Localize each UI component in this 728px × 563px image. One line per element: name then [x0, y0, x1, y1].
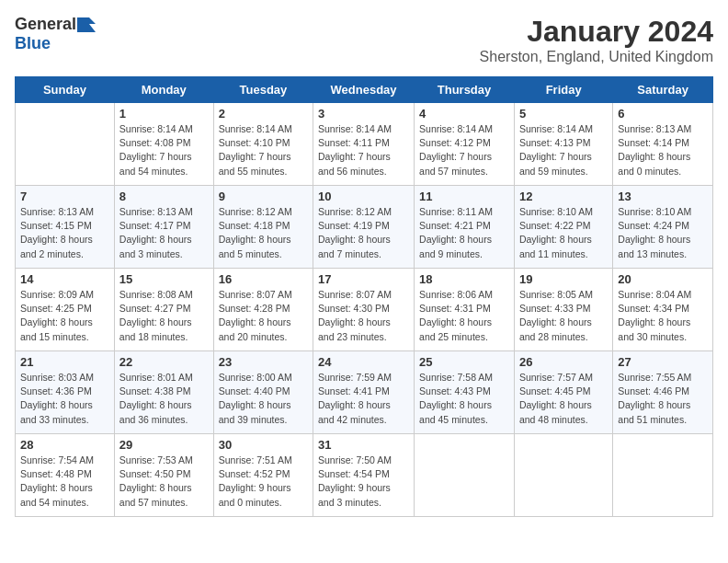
calendar-cell: 12Sunrise: 8:10 AMSunset: 4:22 PMDayligh… [514, 186, 612, 269]
calendar-cell: 28Sunrise: 7:54 AMSunset: 4:48 PMDayligh… [16, 434, 115, 517]
day-info: Sunrise: 8:13 AMSunset: 4:15 PMDaylight:… [20, 205, 109, 261]
calendar-title: January 2024 [480, 15, 713, 49]
day-info: Sunrise: 7:58 AMSunset: 4:43 PMDaylight:… [419, 371, 509, 427]
calendar-cell: 5Sunrise: 8:14 AMSunset: 4:13 PMDaylight… [514, 103, 612, 186]
logo-icon [77, 17, 96, 32]
day-info: Sunrise: 8:03 AMSunset: 4:36 PMDaylight:… [20, 371, 109, 427]
day-info: Sunrise: 8:01 AMSunset: 4:38 PMDaylight:… [119, 371, 209, 427]
calendar-cell: 24Sunrise: 7:59 AMSunset: 4:41 PMDayligh… [313, 351, 415, 434]
day-number: 5 [519, 107, 608, 121]
calendar-subtitle: Sherston, England, United Kingdom [480, 49, 713, 65]
day-number: 28 [20, 438, 109, 452]
day-number: 10 [318, 190, 409, 203]
calendar-cell: 26Sunrise: 7:57 AMSunset: 4:45 PMDayligh… [514, 351, 612, 434]
day-number: 15 [119, 272, 209, 286]
day-info: Sunrise: 8:14 AMSunset: 4:08 PMDaylight:… [119, 122, 209, 178]
calendar-header-row: SundayMondayTuesdayWednesdayThursdayFrid… [16, 77, 713, 103]
day-info: Sunrise: 8:09 AMSunset: 4:25 PMDaylight:… [20, 288, 109, 344]
day-number: 16 [219, 272, 308, 286]
calendar-cell: 18Sunrise: 8:06 AMSunset: 4:31 PMDayligh… [415, 269, 515, 351]
day-info: Sunrise: 7:50 AMSunset: 4:54 PMDaylight:… [318, 454, 409, 510]
day-info: Sunrise: 7:51 AMSunset: 4:52 PMDaylight:… [219, 454, 308, 510]
calendar-cell: 20Sunrise: 8:04 AMSunset: 4:34 PMDayligh… [613, 269, 713, 351]
svg-marker-0 [77, 17, 96, 32]
day-header-wednesday: Wednesday [313, 77, 415, 103]
week-row-3: 14Sunrise: 8:09 AMSunset: 4:25 PMDayligh… [16, 269, 713, 351]
day-number: 13 [618, 190, 708, 203]
day-number: 26 [519, 355, 608, 369]
day-info: Sunrise: 7:59 AMSunset: 4:41 PMDaylight:… [318, 371, 409, 427]
calendar-cell: 2Sunrise: 8:14 AMSunset: 4:10 PMDaylight… [213, 103, 313, 186]
calendar-cell: 31Sunrise: 7:50 AMSunset: 4:54 PMDayligh… [313, 434, 415, 517]
day-info: Sunrise: 8:12 AMSunset: 4:18 PMDaylight:… [219, 205, 308, 261]
week-row-2: 7Sunrise: 8:13 AMSunset: 4:15 PMDaylight… [16, 186, 713, 269]
calendar-cell [415, 434, 515, 517]
day-header-friday: Friday [514, 77, 612, 103]
calendar-cell: 7Sunrise: 8:13 AMSunset: 4:15 PMDaylight… [16, 186, 115, 269]
title-section: January 2024 Sherston, England, United K… [480, 15, 713, 65]
day-info: Sunrise: 8:04 AMSunset: 4:34 PMDaylight:… [618, 288, 708, 344]
header: General Blue January 2024 Sherston, Engl… [15, 15, 713, 65]
day-info: Sunrise: 8:12 AMSunset: 4:19 PMDaylight:… [318, 205, 409, 261]
calendar-cell: 29Sunrise: 7:53 AMSunset: 4:50 PMDayligh… [114, 434, 213, 517]
day-number: 22 [119, 355, 209, 369]
calendar-table: SundayMondayTuesdayWednesdayThursdayFrid… [15, 76, 713, 517]
week-row-4: 21Sunrise: 8:03 AMSunset: 4:36 PMDayligh… [16, 351, 713, 434]
day-info: Sunrise: 8:00 AMSunset: 4:40 PMDaylight:… [219, 371, 308, 427]
day-number: 4 [419, 107, 509, 121]
calendar-cell [16, 103, 115, 186]
calendar-cell: 21Sunrise: 8:03 AMSunset: 4:36 PMDayligh… [16, 351, 115, 434]
week-row-5: 28Sunrise: 7:54 AMSunset: 4:48 PMDayligh… [16, 434, 713, 517]
calendar-cell: 22Sunrise: 8:01 AMSunset: 4:38 PMDayligh… [114, 351, 213, 434]
day-info: Sunrise: 8:13 AMSunset: 4:14 PMDaylight:… [618, 122, 708, 178]
calendar-cell: 14Sunrise: 8:09 AMSunset: 4:25 PMDayligh… [16, 269, 115, 351]
day-number: 24 [318, 355, 409, 369]
day-info: Sunrise: 8:14 AMSunset: 4:11 PMDaylight:… [318, 122, 409, 178]
calendar-cell: 4Sunrise: 8:14 AMSunset: 4:12 PMDaylight… [415, 103, 515, 186]
day-info: Sunrise: 7:57 AMSunset: 4:45 PMDaylight:… [519, 371, 608, 427]
calendar-body: 1Sunrise: 8:14 AMSunset: 4:08 PMDaylight… [16, 103, 713, 517]
day-number: 20 [618, 272, 708, 286]
calendar-cell: 11Sunrise: 8:11 AMSunset: 4:21 PMDayligh… [415, 186, 515, 269]
day-info: Sunrise: 8:07 AMSunset: 4:28 PMDaylight:… [219, 288, 308, 344]
day-info: Sunrise: 8:14 AMSunset: 4:12 PMDaylight:… [419, 122, 509, 178]
day-number: 18 [419, 272, 509, 286]
day-info: Sunrise: 7:55 AMSunset: 4:46 PMDaylight:… [618, 371, 708, 427]
logo: General Blue [15, 15, 96, 53]
day-number: 3 [318, 107, 409, 121]
calendar-cell: 23Sunrise: 8:00 AMSunset: 4:40 PMDayligh… [213, 351, 313, 434]
day-number: 6 [618, 107, 708, 121]
day-number: 14 [20, 272, 109, 286]
day-header-sunday: Sunday [16, 77, 115, 103]
day-number: 29 [119, 438, 209, 452]
calendar-cell: 10Sunrise: 8:12 AMSunset: 4:19 PMDayligh… [313, 186, 415, 269]
day-number: 9 [219, 190, 308, 203]
calendar-cell: 17Sunrise: 8:07 AMSunset: 4:30 PMDayligh… [313, 269, 415, 351]
day-info: Sunrise: 8:14 AMSunset: 4:10 PMDaylight:… [219, 122, 308, 178]
day-number: 8 [119, 190, 209, 203]
day-info: Sunrise: 8:08 AMSunset: 4:27 PMDaylight:… [119, 288, 209, 344]
day-header-saturday: Saturday [613, 77, 713, 103]
day-info: Sunrise: 8:14 AMSunset: 4:13 PMDaylight:… [519, 122, 608, 178]
day-info: Sunrise: 8:05 AMSunset: 4:33 PMDaylight:… [519, 288, 608, 344]
day-info: Sunrise: 8:07 AMSunset: 4:30 PMDaylight:… [318, 288, 409, 344]
calendar-cell: 3Sunrise: 8:14 AMSunset: 4:11 PMDaylight… [313, 103, 415, 186]
week-row-1: 1Sunrise: 8:14 AMSunset: 4:08 PMDaylight… [16, 103, 713, 186]
day-info: Sunrise: 8:11 AMSunset: 4:21 PMDaylight:… [419, 205, 509, 261]
day-number: 17 [318, 272, 409, 286]
day-info: Sunrise: 8:10 AMSunset: 4:22 PMDaylight:… [519, 205, 608, 261]
calendar-cell: 25Sunrise: 7:58 AMSunset: 4:43 PMDayligh… [415, 351, 515, 434]
day-number: 21 [20, 355, 109, 369]
calendar-cell: 9Sunrise: 8:12 AMSunset: 4:18 PMDaylight… [213, 186, 313, 269]
day-number: 30 [219, 438, 308, 452]
calendar-cell: 16Sunrise: 8:07 AMSunset: 4:28 PMDayligh… [213, 269, 313, 351]
day-number: 19 [519, 272, 608, 286]
logo-general-text: General [15, 15, 76, 34]
day-info: Sunrise: 8:13 AMSunset: 4:17 PMDaylight:… [119, 205, 209, 261]
day-number: 11 [419, 190, 509, 203]
day-info: Sunrise: 7:53 AMSunset: 4:50 PMDaylight:… [119, 454, 209, 510]
day-header-monday: Monday [114, 77, 213, 103]
day-number: 31 [318, 438, 409, 452]
day-number: 27 [618, 355, 708, 369]
day-number: 25 [419, 355, 509, 369]
